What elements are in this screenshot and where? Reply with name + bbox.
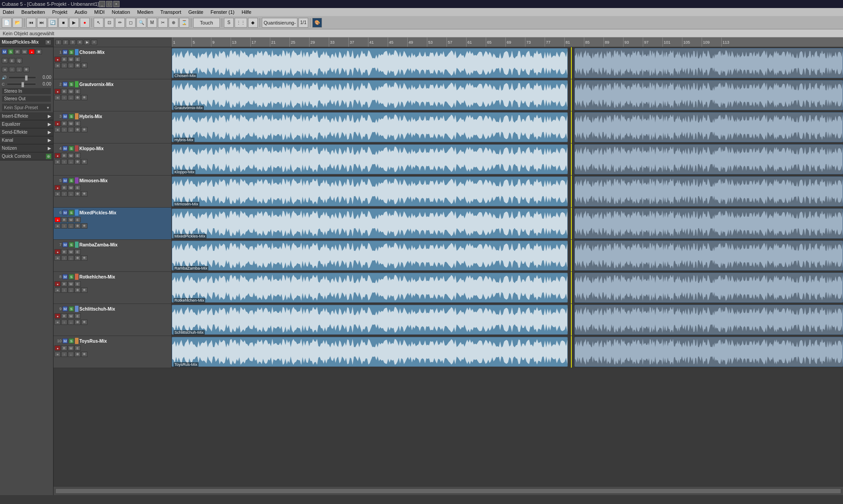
track-ctrl2-btn1-7[interactable]: ↑: [61, 287, 67, 293]
inspector-w-button[interactable]: W: [21, 49, 28, 54]
track-ctrl1-btn2-5[interactable]: W: [68, 217, 74, 222]
time-warp-tool[interactable]: ⌛: [179, 18, 189, 28]
track-ctrl1-btn2-8[interactable]: W: [68, 313, 74, 319]
track-ctrl1-btn1-5[interactable]: R: [61, 217, 67, 222]
track-ctrl2-btn3-3[interactable]: ⊕: [74, 159, 81, 164]
track-ctrl1-btn3-7[interactable]: E: [74, 281, 81, 287]
track-ctrl1-btn2-9[interactable]: W: [68, 345, 74, 351]
track-ctrl2-btn0-8[interactable]: ≡: [54, 320, 61, 325]
inspector-edit-button[interactable]: E: [9, 58, 15, 63]
go-start-button[interactable]: ⏮: [26, 18, 36, 28]
track-s-btn-6[interactable]: S: [69, 242, 74, 247]
track-ctrl2-btn1-1[interactable]: ↑: [61, 95, 67, 100]
section-insert-effects[interactable]: Insert-Effekte ▶: [0, 112, 53, 120]
track-m-btn-3[interactable]: M: [62, 146, 68, 151]
track-ctrl1-btn2-1[interactable]: W: [68, 89, 74, 94]
track-ctrl1-btn1-0[interactable]: R: [61, 57, 67, 62]
track-s-btn-0[interactable]: S: [69, 49, 74, 55]
track-ctrl1-btn3-3[interactable]: E: [74, 153, 81, 158]
open-button[interactable]: 📂: [12, 18, 22, 28]
maximize-button[interactable]: □: [106, 1, 112, 7]
quantize-menu[interactable]: Quantisierung-: [262, 18, 298, 28]
track-ctrl1-btn1-9[interactable]: R: [61, 345, 67, 351]
range-tool[interactable]: ⊡: [104, 18, 114, 28]
markers-button[interactable]: ◆: [248, 18, 258, 28]
preset-selector[interactable]: Kein Spur-Preset ▾: [2, 103, 51, 111]
track-tab-add[interactable]: +: [91, 40, 97, 45]
track-ctrl2-btn4-0[interactable]: ❄: [81, 63, 87, 68]
split-tool[interactable]: ✂: [158, 18, 168, 28]
close-button[interactable]: ×: [113, 1, 120, 7]
track-ctrl2-btn2-1[interactable]: ↓: [68, 95, 74, 100]
section-send-effects[interactable]: Send-Effekte ▶: [0, 128, 53, 136]
track-ctrl1-btn3-4[interactable]: E: [74, 185, 81, 190]
track-ctrl1-btn1-1[interactable]: R: [61, 89, 67, 94]
mute-tool[interactable]: M: [147, 18, 157, 28]
select-tool[interactable]: ↖: [94, 18, 103, 28]
track-ctrl2-btn0-0[interactable]: ≡: [54, 63, 61, 68]
track-m-btn-4[interactable]: M: [62, 178, 68, 183]
track-s-btn-8[interactable]: S: [69, 306, 74, 311]
track-m-btn-6[interactable]: M: [62, 242, 68, 247]
inspector-m-button[interactable]: M: [2, 49, 7, 54]
section-equalizer[interactable]: Equalizer ▶: [0, 120, 53, 128]
track-ctrl1-btn3-0[interactable]: E: [74, 57, 81, 62]
track-ctrl1-btn0-3[interactable]: ●: [54, 153, 61, 158]
track-ctrl1-btn1-4[interactable]: R: [61, 185, 67, 190]
track-tab-3[interactable]: 3: [70, 40, 76, 45]
inspector-s-button[interactable]: S: [8, 49, 13, 54]
track-ctrl1-btn2-7[interactable]: W: [68, 281, 74, 287]
track-ctrl2-btn1-8[interactable]: ↑: [61, 320, 67, 325]
track-ctrl1-btn1-3[interactable]: R: [61, 153, 67, 158]
track-m-btn-5[interactable]: M: [62, 210, 68, 215]
track-ctrl2-btn3-6[interactable]: ⊕: [74, 255, 81, 261]
track-s-btn-3[interactable]: S: [69, 146, 74, 151]
track-ctrl2-btn3-7[interactable]: ⊕: [74, 287, 81, 293]
track-ctrl1-btn3-5[interactable]: E: [74, 217, 81, 222]
track-content-9[interactable]: ToysRus-Mix: [172, 336, 843, 368]
track-ctrl2-btn2-6[interactable]: ↓: [68, 255, 74, 261]
tracks-scroll[interactable]: 1MSChosen-Mix●RWE≡↑↓⊕❄Chosen-Mix2MSGraut…: [54, 47, 843, 486]
track-ctrl2-btn2-5[interactable]: ↓: [68, 223, 74, 229]
inspector-btn-a[interactable]: ≡: [2, 67, 8, 72]
menu-item-audio[interactable]: Audio: [74, 9, 88, 15]
track-ctrl1-btn3-9[interactable]: E: [74, 345, 81, 351]
record-button[interactable]: ●: [80, 18, 90, 28]
track-ctrl1-btn0-4[interactable]: ●: [54, 185, 61, 190]
volume-thumb[interactable]: [25, 75, 28, 81]
track-ctrl1-btn3-2[interactable]: E: [74, 121, 81, 126]
quantize-value[interactable]: 1/1: [298, 18, 308, 28]
zoom-tool[interactable]: 🔍: [136, 18, 146, 28]
track-content-4[interactable]: Mimosen-Mix: [172, 176, 843, 207]
loop-button[interactable]: 🔄: [48, 18, 58, 28]
section-channel[interactable]: Kanal ▶: [0, 136, 53, 144]
track-m-btn-7[interactable]: M: [62, 274, 68, 279]
track-ctrl1-btn3-8[interactable]: E: [74, 313, 81, 319]
track-ctrl2-btn4-3[interactable]: ❄: [81, 159, 87, 164]
track-ctrl2-btn3-2[interactable]: ⊕: [74, 127, 81, 132]
track-ctrl2-btn0-2[interactable]: ≡: [54, 127, 61, 132]
track-ctrl2-btn4-4[interactable]: ❄: [81, 191, 87, 197]
track-ctrl2-btn1-9[interactable]: ↑: [61, 352, 67, 357]
stereo-out-routing[interactable]: Stereo Out: [2, 95, 51, 102]
menu-item-transport[interactable]: Transport: [160, 9, 182, 15]
track-ctrl2-btn2-9[interactable]: ↓: [68, 352, 74, 357]
draw-tool[interactable]: ✏: [115, 18, 125, 28]
track-ctrl1-btn2-3[interactable]: W: [68, 153, 74, 158]
track-s-btn-9[interactable]: S: [69, 338, 74, 344]
track-ctrl1-btn0-8[interactable]: ●: [54, 313, 61, 319]
inspector-queue-button[interactable]: Q: [16, 58, 22, 63]
track-ctrl1-btn2-2[interactable]: W: [68, 121, 74, 126]
inspector-rec-button[interactable]: ●: [29, 49, 35, 54]
section-notes[interactable]: Notizen ▶: [0, 144, 53, 152]
track-ctrl2-btn1-6[interactable]: ↑: [61, 255, 67, 261]
menu-item-geräte[interactable]: Geräte: [187, 9, 204, 15]
inspector-monitor-button[interactable]: ◉: [36, 49, 42, 54]
track-ctrl2-btn3-9[interactable]: ⊕: [74, 352, 81, 357]
track-ctrl1-btn0-9[interactable]: ●: [54, 345, 61, 351]
track-ctrl1-btn2-0[interactable]: W: [68, 57, 74, 62]
track-ctrl2-btn0-9[interactable]: ≡: [54, 352, 61, 357]
volume-fader[interactable]: [8, 76, 36, 79]
inspector-freeze-button[interactable]: ❄: [2, 58, 8, 63]
track-ctrl2-btn3-0[interactable]: ⊕: [74, 63, 81, 68]
